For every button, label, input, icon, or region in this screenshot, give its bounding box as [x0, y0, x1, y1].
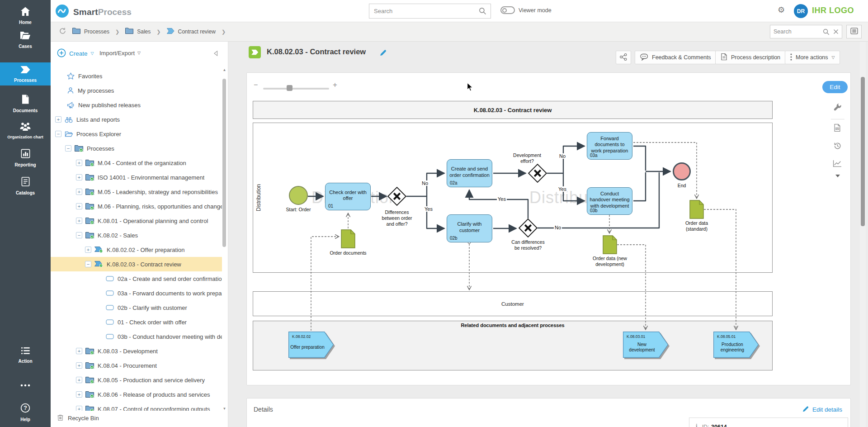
zoom-in-icon[interactable]: + — [333, 81, 337, 90]
tree-item-lists-and-reports[interactable]: +Lists and reports — [51, 112, 222, 127]
more-actions-button[interactable]: More actions ▽ — [785, 51, 840, 64]
zoom-slider-handle[interactable] — [287, 85, 292, 91]
expand-plus-icon[interactable]: + — [76, 362, 82, 369]
tree-item-my-processes[interactable]: My processes — [51, 83, 222, 98]
collapse-minus-icon[interactable]: − — [55, 131, 61, 137]
gear-icon[interactable]: ⚙ — [778, 6, 785, 14]
expand-plus-icon[interactable]: + — [76, 174, 82, 180]
tree-item-process-explorer[interactable]: −Process Explorer — [51, 127, 222, 141]
tree-item-03b[interactable]: 03b - Conduct handover meeting with deve… — [51, 329, 222, 344]
app-logo[interactable]: SmartProcess — [55, 4, 132, 20]
sidebar-item-home[interactable]: Home — [0, 4, 51, 28]
start-event[interactable] — [289, 186, 308, 205]
clear-icon[interactable] — [833, 29, 839, 34]
edit-button[interactable]: Edit — [822, 81, 848, 93]
expand-plus-icon[interactable]: + — [76, 160, 82, 166]
related-process-offer-preparation[interactable]: K.08.02.02 Offer preparation — [288, 332, 334, 358]
expand-plus-icon[interactable]: + — [55, 116, 61, 123]
recycle-bin[interactable]: Recycle Bin — [57, 414, 99, 422]
tree-item-k0807[interactable]: +K.08.07 - Control of nonconforming outp… — [51, 402, 222, 411]
scrollbar-thumb[interactable] — [222, 79, 226, 247]
expand-plus-icon[interactable]: + — [76, 377, 82, 383]
tree-item-k0806[interactable]: +K.08.06 - Release of products and servi… — [51, 387, 222, 402]
related-process-new-development[interactable]: K.08.03.01 New development — [623, 332, 668, 358]
sidebar-item-more[interactable] — [0, 378, 51, 392]
pencil-icon[interactable] — [379, 49, 387, 58]
tree-item-k080202[interactable]: +K.08.02.02 - Offer preparation — [51, 242, 222, 257]
list-view-button[interactable] — [846, 25, 862, 38]
task-check-order[interactable]: Check order with offer01 — [325, 183, 371, 210]
sidebar-item-action[interactable]: Action — [0, 344, 51, 366]
tree-item-m05[interactable]: +M.05 - Leadership, strategy and reponsi… — [51, 185, 222, 199]
tree-item-favorites[interactable]: Favorites — [51, 69, 222, 83]
tree-scrollbar[interactable]: ▲ ▼ — [222, 68, 227, 411]
expand-plus-icon[interactable]: + — [76, 203, 82, 209]
collapse-minus-icon[interactable]: − — [76, 232, 82, 238]
tree-item-02a[interactable]: 02a - Create and send order confirmation — [51, 271, 222, 286]
expand-plus-icon[interactable]: + — [76, 218, 82, 224]
collapse-minus-icon[interactable]: − — [65, 145, 71, 152]
document-order-data-standard[interactable] — [689, 200, 704, 220]
tree-item-03a[interactable]: 03a - Forward documents to work preparat… — [51, 286, 222, 300]
zoom-out-icon[interactable]: − — [254, 81, 258, 89]
history-icon[interactable] — [833, 142, 842, 152]
avatar[interactable]: DR — [794, 4, 808, 18]
sidebar-item-help[interactable]: ? Help — [0, 400, 51, 425]
viewer-mode-toggle[interactable]: Viewer mode — [500, 6, 552, 14]
sidebar-item-organization-chart[interactable]: Organization chart — [0, 119, 51, 142]
expand-plus-icon[interactable]: + — [76, 348, 82, 354]
breadcrumb-item-sales[interactable]: Sales — [125, 28, 151, 36]
sidebar-item-cases[interactable]: Cases — [0, 28, 51, 52]
task-clarify-with-customer[interactable]: Clarify with customer02b — [447, 214, 492, 242]
sidebar-item-documents[interactable]: Documents — [0, 91, 51, 116]
end-event[interactable] — [673, 162, 691, 180]
feedback-comments-button[interactable]: Feedback & Comments — [635, 51, 717, 64]
sidebar-item-processes[interactable]: Processes — [0, 62, 51, 85]
tree-item-k0803[interactable]: +K.08.03 - Development — [51, 344, 222, 358]
breadcrumb-item-contract-review[interactable]: Contract review — [167, 28, 216, 36]
document-order-documents[interactable] — [341, 229, 355, 249]
tree-item-new-published-releases[interactable]: New published releases — [51, 98, 222, 112]
tree-item-k0804[interactable]: +K.08.04 - Procurement — [51, 358, 222, 373]
tree-item-iso14001[interactable]: +ISO 14001 - Environmental management — [51, 170, 222, 185]
expand-plus-icon[interactable]: + — [85, 247, 91, 253]
task-conduct-handover[interactable]: Conduct handover meeting with developmen… — [587, 187, 632, 215]
expand-plus-icon[interactable]: + — [76, 391, 82, 398]
collapse-minus-icon[interactable]: − — [85, 261, 91, 267]
tree-item-k0802[interactable]: −K.08.02 - Sales — [51, 228, 222, 242]
sidebar-item-reporting[interactable]: Reporting — [0, 146, 51, 170]
tree-item-processes-root[interactable]: −Processes — [51, 141, 222, 156]
scroll-up-icon[interactable]: ▲ — [222, 68, 227, 72]
chart-icon[interactable] — [833, 160, 842, 169]
scrollbar-thumb[interactable] — [861, 77, 865, 226]
toggle-icon[interactable] — [500, 6, 515, 14]
related-process-production-engineering[interactable]: K.08.05.01 Production engineering — [713, 332, 759, 358]
search-icon[interactable] — [823, 28, 830, 35]
task-forward-documents[interactable]: Forward documents to work preparation03a — [587, 132, 632, 160]
expand-plus-icon[interactable]: + — [76, 406, 82, 411]
edit-details-button[interactable]: Edit details — [802, 405, 842, 414]
tree-item-k0805[interactable]: +K.08.05 - Production and service delive… — [51, 373, 222, 387]
tree-item-01[interactable]: 01 - Check order with offer — [51, 315, 222, 329]
document-order-data-new[interactable] — [603, 235, 617, 255]
breadcrumb-item-processes[interactable]: Processes — [72, 28, 109, 36]
chevron-down-icon[interactable] — [835, 171, 840, 180]
search-icon[interactable] — [479, 7, 486, 15]
process-description-button[interactable]: Process description — [715, 51, 786, 64]
tree-item-02b[interactable]: 02b - Clarify with customer — [51, 300, 222, 315]
tree-item-m04[interactable]: +M.04 - Context of the organization — [51, 156, 222, 170]
pdf-export-icon[interactable]: PDF — [834, 123, 841, 134]
tree-item-k080203-selected[interactable]: −K.08.02.03 - Contract review — [51, 257, 222, 271]
zoom-slider-track[interactable] — [263, 88, 329, 90]
sidebar-item-catalogs[interactable]: Catalogs — [0, 174, 51, 198]
share-button[interactable] — [616, 51, 631, 64]
tree-search-input[interactable] — [774, 28, 823, 35]
tree-item-m06[interactable]: +M.06 - Planning, risks, opportunities a… — [51, 199, 222, 214]
wrench-icon[interactable] — [833, 103, 842, 113]
page-scrollbar[interactable] — [860, 42, 866, 427]
scroll-down-icon[interactable]: ▼ — [222, 407, 227, 411]
task-create-order-confirmation[interactable]: Create and send order confirmation02a — [447, 159, 492, 187]
expand-plus-icon[interactable]: + — [76, 189, 82, 195]
global-search-input[interactable] — [369, 8, 479, 14]
refresh-icon[interactable] — [59, 27, 66, 37]
